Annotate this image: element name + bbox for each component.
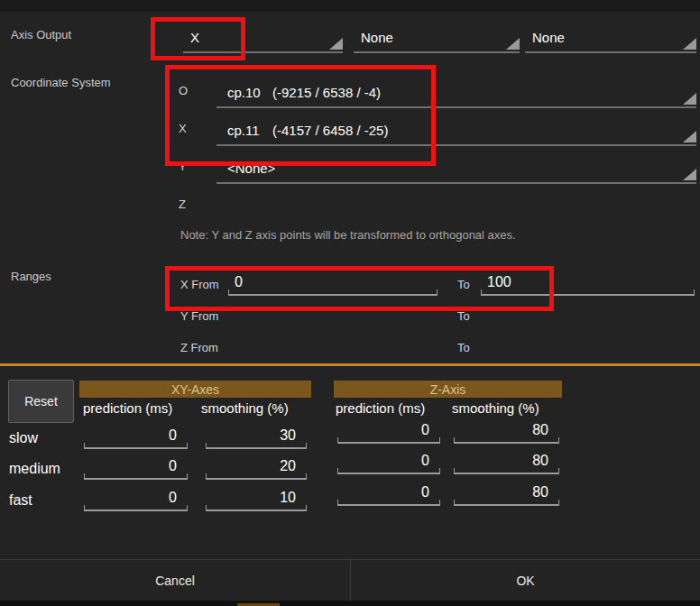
input-underline: [337, 437, 440, 444]
x-to-input[interactable]: 100: [481, 272, 695, 296]
reset-button[interactable]: Reset: [8, 380, 74, 423]
slow-z-prediction-value: 0: [421, 422, 429, 438]
slow-xy-prediction-input[interactable]: 0: [84, 426, 188, 449]
slow-z-smoothing-input[interactable]: 80: [454, 420, 559, 444]
x-from-label: X From: [180, 278, 219, 291]
slow-xy-smoothing-value: 30: [280, 427, 296, 444]
input-underline: [84, 443, 188, 449]
z-axis-header: Z-Axis: [334, 381, 562, 398]
orthogonal-axes-note: Note: Y and Z axis points will be transf…: [180, 228, 516, 242]
z-to-label: To: [457, 341, 470, 354]
fast-z-prediction-value: 0: [421, 484, 429, 500]
x-from-input[interactable]: 0: [228, 272, 438, 296]
z-from-label: Z From: [180, 341, 218, 354]
axis-settings-dialog: Axis Output X None None Coordinate Syste…: [0, 0, 700, 606]
fast-z-smoothing-value: 80: [532, 484, 548, 500]
coordinate-point-dropdown-x[interactable]: cp.11 (-4157 / 6458 / -25): [216, 116, 696, 146]
axis-output-label: Axis Output: [11, 28, 71, 41]
cancel-button[interactable]: Cancel: [0, 560, 350, 601]
fast-xy-smoothing-input[interactable]: 10: [206, 488, 307, 511]
input-underline: [337, 468, 440, 474]
coordinate-point-x-name: cp.11: [227, 123, 260, 138]
medium-xy-prediction-input[interactable]: 0: [84, 456, 188, 480]
y-from-label: Y From: [180, 309, 218, 323]
input-underline: [481, 289, 695, 296]
coordinate-point-dropdown-o[interactable]: cp.10 (-9215 / 6538 / -4): [216, 78, 696, 108]
input-underline: [228, 289, 438, 296]
input-underline: [84, 505, 188, 511]
coordinate-axis-label-z: Z: [179, 197, 186, 211]
ok-button[interactable]: OK: [351, 560, 700, 601]
input-underline: [454, 468, 559, 474]
fast-xy-prediction-value: 0: [169, 490, 177, 506]
medium-xy-smoothing-value: 20: [280, 458, 296, 474]
xy-smoothing-column-header: smoothing (%): [201, 400, 289, 416]
speed-row-label-medium: medium: [9, 461, 60, 477]
medium-z-smoothing-value: 80: [532, 453, 548, 469]
reset-button-label: Reset: [24, 394, 58, 409]
top-strip: [0, 0, 700, 12]
medium-z-smoothing-input[interactable]: 80: [454, 451, 559, 474]
slow-z-prediction-input[interactable]: 0: [337, 420, 440, 444]
slow-xy-prediction-value: 0: [169, 427, 177, 444]
axis-output-dropdown-1[interactable]: X: [183, 23, 343, 53]
bottom-strip: [0, 601, 700, 606]
x-from-value: 0: [235, 274, 243, 290]
xy-prediction-column-header: prediction (ms): [83, 400, 172, 416]
dropdown-arrow-icon: [683, 93, 696, 105]
speed-row-label-fast: fast: [9, 492, 32, 509]
z-smoothing-column-header: smoothing (%): [452, 400, 539, 416]
dropdown-arrow-icon: [683, 169, 696, 180]
medium-z-prediction-input[interactable]: 0: [337, 451, 440, 474]
axis-output-dropdown-2[interactable]: None: [354, 23, 520, 53]
x-to-label: To: [457, 278, 470, 291]
input-underline: [206, 505, 307, 511]
dropdown-arrow-icon: [683, 131, 696, 142]
y-to-label: To: [457, 309, 470, 323]
x-to-value: 100: [487, 274, 511, 290]
input-underline: [454, 500, 559, 506]
coordinate-axis-label-y: Y: [179, 160, 187, 173]
input-underline: [84, 473, 188, 480]
xy-axes-header-label: XY-Axes: [171, 382, 219, 397]
coordinate-point-o-name: cp.10: [227, 85, 261, 100]
z-prediction-column-header: prediction (ms): [336, 400, 425, 416]
medium-xy-prediction-value: 0: [169, 458, 177, 474]
fast-xy-prediction-input[interactable]: 0: [84, 488, 188, 511]
cancel-button-label: Cancel: [155, 574, 195, 588]
axis-output-dropdown-3[interactable]: None: [525, 23, 696, 53]
coordinate-point-o-coords: (-9215 / 6538 / -4): [272, 85, 381, 100]
speed-row-label-slow: slow: [9, 430, 38, 446]
xy-axes-header: XY-Axes: [79, 381, 311, 398]
dropdown-arrow-icon: [683, 38, 696, 50]
coordinate-axis-label-x: X: [179, 122, 187, 135]
slow-z-smoothing-value: 80: [532, 422, 548, 438]
dropdown-arrow-icon: [329, 38, 343, 50]
slow-xy-smoothing-input[interactable]: 30: [206, 426, 307, 449]
input-underline: [337, 500, 440, 506]
input-underline: [454, 437, 559, 444]
ok-button-label: OK: [516, 574, 534, 588]
z-axis-header-label: Z-Axis: [430, 382, 466, 397]
coordinate-point-dropdown-y[interactable]: <None>: [216, 154, 696, 184]
axis-output-dropdown-1-value: X: [190, 30, 199, 45]
dropdown-arrow-icon: [506, 38, 520, 50]
axis-output-dropdown-2-value: None: [361, 30, 393, 45]
fast-z-prediction-input[interactable]: 0: [337, 482, 440, 506]
medium-xy-smoothing-input[interactable]: 20: [206, 456, 307, 480]
fast-xy-smoothing-value: 10: [280, 490, 296, 506]
axis-output-dropdown-3-value: None: [532, 30, 565, 45]
coordinate-point-x-coords: (-4157 / 6458 / -25): [272, 123, 388, 138]
ranges-label: Ranges: [11, 270, 51, 283]
fast-z-smoothing-input[interactable]: 80: [454, 482, 559, 506]
input-underline: [206, 473, 307, 480]
section-divider: [0, 363, 700, 366]
coordinate-point-y-name: <None>: [227, 161, 275, 176]
medium-z-prediction-value: 0: [421, 453, 429, 469]
coordinate-system-label: Coordinate System: [11, 76, 111, 89]
coordinate-axis-label-o: O: [179, 84, 188, 97]
input-underline: [206, 443, 307, 449]
